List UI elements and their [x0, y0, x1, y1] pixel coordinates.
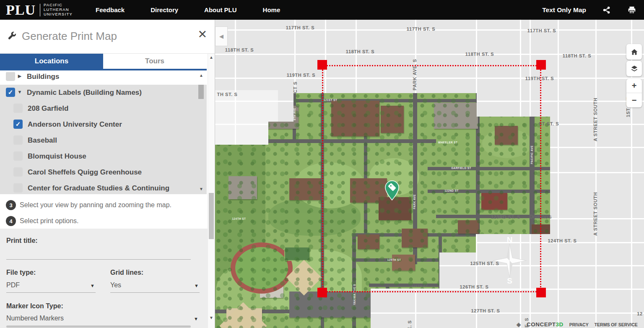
app-root: PLU PACIFIC LUTHERAN UNIVERSITY Feedback… [0, 0, 644, 328]
tree-item[interactable]: 208 Garfield [0, 101, 207, 117]
street-label: 118TH ST. S [225, 47, 254, 52]
street-label: 118TH ST. S [465, 52, 494, 57]
share-icon[interactable] [602, 5, 611, 15]
tree-item-label: 208 Garfield [28, 104, 68, 114]
street-label: 117TH ST. S [407, 26, 435, 31]
print-title-input[interactable] [6, 248, 191, 260]
panel-scroll-down-icon[interactable]: ▼ [208, 315, 215, 322]
grid-lines-field: Grid lines: Yes ▼ [110, 269, 200, 293]
grid-lines-select[interactable]: Yes ▼ [110, 280, 200, 293]
close-icon[interactable]: ✕ [197, 29, 207, 40]
panel-collapse-button[interactable]: ◀ [215, 26, 228, 46]
horizontal-scrollbar[interactable] [6, 325, 191, 328]
street-label: AVE. S [407, 320, 412, 328]
print-icon[interactable] [627, 5, 636, 15]
logo-divider [40, 4, 40, 16]
tree-item-label: Center for Graduate Studies & Continuing… [28, 184, 190, 194]
concept3d-brand[interactable]: CONCEPT3D [527, 321, 564, 328]
checkbox-checked[interactable]: ✓ [6, 88, 15, 97]
generate-print-map-panel: Generate Print Map ✕ Locations Tours ▶Bu… [0, 20, 215, 328]
nav-items: FeedbackDirectoryAbout PLUHome [96, 6, 280, 13]
tree-scroll-thumb[interactable] [198, 85, 204, 99]
selection-handle-bottom-left[interactable] [317, 288, 327, 297]
tree-scroll-up-icon[interactable]: ▲ [198, 73, 205, 80]
logo-wordmark: PACIFIC LUTHERAN UNIVERSITY [44, 3, 73, 17]
zoom-out-button[interactable]: − [626, 93, 642, 107]
campus-street-label: 127TH ST [374, 307, 391, 311]
nav-item-home[interactable]: Home [263, 6, 280, 13]
checkbox-unchecked[interactable] [13, 104, 23, 113]
street-label: TH ST. S [217, 92, 238, 97]
campus-street-label: 124TH ST [232, 217, 246, 220]
checkbox-unchecked[interactable] [13, 135, 23, 145]
marker-type-field: Marker Icon Type: Numbered Markers ▼ [6, 302, 199, 324]
street-label: 118TH ST. S [346, 49, 374, 54]
top-navbar: PLU PACIFIC LUTHERAN UNIVERSITY Feedback… [0, 0, 644, 20]
checkbox-unchecked[interactable] [13, 183, 23, 193]
street-label: 117TH ST. S [527, 28, 556, 33]
logo-line3: UNIVERSITY [44, 12, 73, 17]
street-label: A STREET SOUTH [593, 192, 598, 236]
running-track [231, 242, 293, 294]
selection-handle-bottom-right[interactable] [536, 288, 546, 297]
selection-handle-top-left[interactable] [317, 60, 327, 70]
nav-item-about-plu[interactable]: About PLU [204, 6, 236, 13]
tree-item[interactable]: ▶Buildings [0, 72, 207, 85]
street-label: A STREET SOUTH [593, 98, 598, 141]
checkbox-unchecked[interactable] [13, 151, 23, 161]
panel-scroll-up-icon[interactable]: ▲ [208, 55, 215, 62]
step-number-badge: 4 [6, 216, 16, 226]
marker-type-select[interactable]: Numbered Markers ▼ [6, 313, 199, 324]
tree-item[interactable]: Center for Graduate Studies & Continuing… [0, 180, 207, 194]
street-label: 124TH ST. S [548, 238, 577, 243]
panel-scroll-thumb[interactable] [209, 193, 214, 239]
tree-item-label: Anderson University Center [28, 120, 122, 130]
street-label: CT S [293, 81, 298, 93]
marker-type-label: Marker Icon Type: [6, 302, 199, 310]
checkbox-checked[interactable]: ✓ [13, 120, 23, 129]
tree-caret-icon[interactable]: ▼ [15, 89, 24, 94]
tree-item[interactable]: Blomquist House [0, 148, 207, 164]
panel-tabs: Locations Tours [0, 54, 207, 70]
marker-type-value: Numbered Markers [6, 315, 64, 322]
concept3d-logo-icon: ◈ [517, 321, 521, 328]
checkbox-unchecked[interactable] [13, 167, 23, 177]
step-text: Select your view by panning and zooming … [20, 201, 171, 209]
street-label: 12 [637, 311, 642, 316]
tree-item-label: Blomquist House [28, 152, 86, 161]
instruction-step: 4Select print options. [6, 216, 207, 226]
zoom-in-button[interactable]: + [626, 79, 642, 93]
terms-link[interactable]: TERMS OF SERVICE [595, 322, 638, 327]
location-pin-marker[interactable] [385, 180, 399, 200]
panel-scrollbar: ▲ ▼ [208, 54, 215, 328]
selection-handle-top-right[interactable] [536, 60, 546, 70]
file-type-select[interactable]: PDF ▼ [6, 280, 96, 293]
grid-lines-label: Grid lines: [110, 269, 200, 276]
nav-item-directory[interactable]: Directory [151, 6, 178, 13]
tree-item[interactable]: Carol Sheffels Quigg Greenhouse [0, 164, 207, 180]
tree-scroll-down-icon[interactable]: ▼ [198, 187, 205, 193]
nav-item-text-only-map[interactable]: Text Only Map [542, 6, 586, 14]
tree-item[interactable]: Baseball [0, 133, 207, 148]
tree-caret-icon[interactable]: ▶ [15, 73, 24, 79]
tab-locations[interactable]: Locations [0, 54, 103, 69]
home-icon [630, 48, 639, 56]
layers-button[interactable] [626, 61, 642, 76]
tree-item-label: Carol Sheffels Quigg Greenhouse [28, 168, 142, 177]
tennis-courts [284, 247, 310, 261]
campus-building [229, 176, 257, 199]
checkbox-unchecked[interactable] [6, 72, 15, 81]
nav-item-feedback[interactable]: Feedback [96, 6, 125, 13]
tree-item[interactable]: ✓▼Dynamic Labels (Building Names) [0, 85, 207, 101]
privacy-link[interactable]: PRIVACY [569, 322, 589, 327]
grid-lines-value: Yes [110, 281, 121, 289]
home-button[interactable] [626, 44, 642, 60]
campus-building [289, 178, 321, 200]
tree-item-label: Dynamic Labels (Building Names) [27, 88, 142, 98]
street-label: 127TH ST. S [471, 308, 500, 313]
panel-header: Generate Print Map ✕ [0, 20, 215, 54]
tab-tours[interactable]: Tours [103, 54, 206, 69]
plu-logo[interactable]: PLU PACIFIC LUTHERAN UNIVERSITY [6, 3, 73, 17]
tree-item[interactable]: ✓Anderson University Center [0, 117, 207, 133]
street-label: 118TH ST. S [563, 53, 591, 58]
